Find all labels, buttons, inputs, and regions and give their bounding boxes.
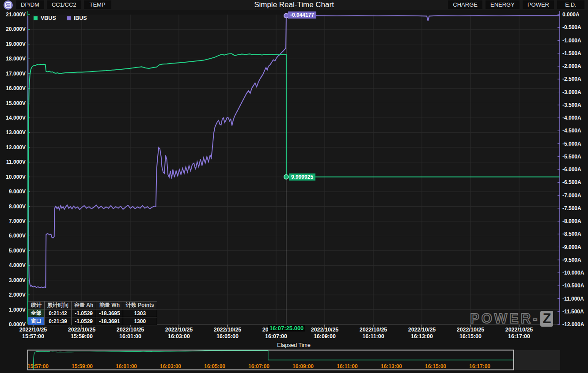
- ibus-swatch-icon: [67, 16, 71, 20]
- statistics-table: 统计 累计时间 容量 Ah 能量 Wh 计数 Points 全部 0:21:42…: [28, 301, 157, 325]
- stats-row-all: 全部 0:21:42 -1.0529 -18.3695 1303: [28, 309, 157, 317]
- vbus-swatch-icon: [34, 16, 38, 20]
- stats-cell: -18.3691: [96, 317, 123, 325]
- stats-header-cell: 统计: [28, 301, 45, 309]
- cursor-time-badge: 16:07:25.000: [268, 325, 305, 332]
- legend-item-ibus[interactable]: IBUS: [67, 15, 87, 21]
- stats-cell: 1303: [123, 309, 157, 317]
- stats-cell: -1.0529: [72, 309, 96, 317]
- navigator-tail-area: [514, 350, 560, 370]
- stats-cell: 0:21:42: [45, 309, 72, 317]
- legend-label-ibus: IBUS: [74, 15, 87, 21]
- vbus-cursor-dot: [284, 175, 288, 179]
- navigator-vbus-line: [33, 350, 513, 369]
- stats-cell: -1.0529: [72, 317, 96, 325]
- top-bar: DP/DM CC1/CC2 TEMP Simple Real-Time Char…: [0, 0, 588, 10]
- stats-header-cell: 容量 Ah: [72, 301, 96, 309]
- legend-item-vbus[interactable]: VBUS: [34, 15, 56, 21]
- page-title: Simple Real-Time Chart: [0, 0, 588, 9]
- stats-cell: 1300: [123, 317, 157, 325]
- plot-background: [28, 15, 560, 324]
- stats-header-cell: 累计时间: [45, 301, 72, 309]
- legend: VBUS IBUS: [34, 15, 87, 21]
- stats-header-cell: 能量 Wh: [96, 301, 123, 309]
- stats-row-label: 窗口: [28, 317, 45, 325]
- power-z-watermark: POWER- Z: [470, 311, 553, 327]
- watermark-text: POWER-: [470, 311, 539, 327]
- stats-row-label: 全部: [28, 309, 45, 317]
- ibus-value-badge: -0.044177: [288, 11, 316, 19]
- app-window: { "topbar": { "app_icon": "chart-app-ico…: [0, 0, 588, 373]
- stats-header-cell: 计数 Points: [123, 301, 157, 309]
- x-axis-title: Elapsed Time: [245, 342, 342, 348]
- stats-cell: 0:21:39: [45, 317, 72, 325]
- vbus-value-badge: 9.999925: [289, 173, 315, 181]
- stats-header-row: 统计 累计时间 容量 Ah 能量 Wh 计数 Points: [28, 301, 157, 309]
- watermark-z-icon: Z: [540, 311, 553, 327]
- stats-row-window: 窗口 0:21:39 -1.0529 -18.3691 1300: [28, 317, 157, 325]
- legend-label-vbus: VBUS: [41, 15, 56, 21]
- stats-cell: -18.3695: [96, 309, 123, 317]
